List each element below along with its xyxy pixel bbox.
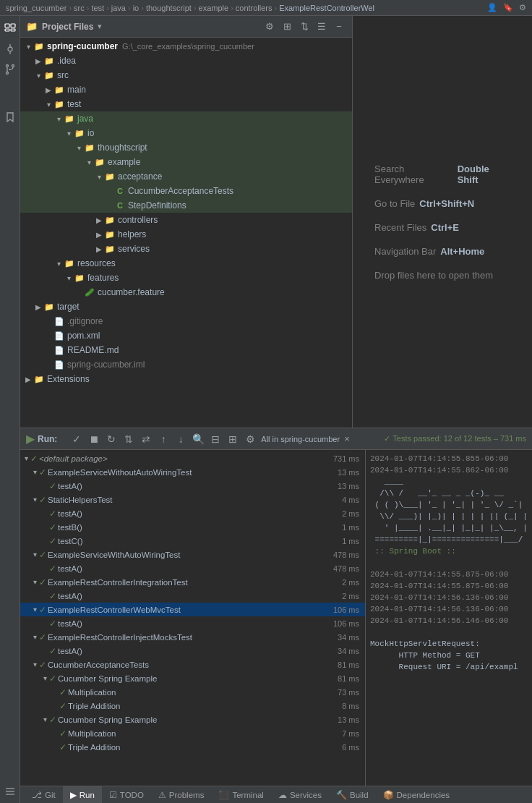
sidebar-pullrequests-btn[interactable] <box>1 61 19 78</box>
test-item-testA-5[interactable]: ✓ testA() 106 ms <box>20 616 365 630</box>
test-item-testA-4[interactable]: ✓ testA() 2 ms <box>20 589 365 603</box>
test-item-IntegrationTest[interactable]: ▾ ✓ ExampleRestControllerIntegrationTest… <box>20 575 365 589</box>
test-item-ExampleServiceWithAutoWiringTest[interactable]: ▾ ✓ ExampleServiceWithAutoWiringTest 478… <box>20 548 365 561</box>
test-item-WebMvcTest[interactable]: ▾ ✓ ExampleRestControllerWebMvcTest 106 … <box>20 603 365 616</box>
tree-item-test[interactable]: ▾ 📁 test <box>20 97 352 111</box>
breadcrumb-thoughtscript[interactable]: thoughtscript <box>146 4 192 12</box>
breadcrumb-spring-cucumber[interactable]: spring_cucumber <box>6 4 66 12</box>
tree-arrow-thoughtscript[interactable]: ▾ <box>74 143 84 153</box>
tree-arrow-controllers[interactable]: ▶ <box>94 215 104 225</box>
tree-arrow-test[interactable]: ▾ <box>43 99 53 109</box>
tree-arrow-java[interactable]: ▾ <box>53 114 64 124</box>
breadcrumb-src[interactable]: src <box>74 4 85 12</box>
test-item-testB-1[interactable]: ✓ testB() 1 ms <box>20 520 365 534</box>
toolbar-sort-btn[interactable]: ⇅ <box>297 20 312 34</box>
status-tab-terminal[interactable]: ⬛ Terminal <box>211 786 270 804</box>
run-filter-btn[interactable]: ⇅ <box>121 431 137 447</box>
tree-item-StepDefinitions[interactable]: C StepDefinitions <box>20 198 352 213</box>
test-item-triple-addition-2[interactable]: ✓ Triple Addition 6 ms <box>20 740 365 754</box>
test-item-InjectMocksTest[interactable]: ▾ ✓ ExampleRestControllerInjectMocksTest… <box>20 630 365 644</box>
test-item-CucumberAcceptanceTests[interactable]: ▾ ✓ CucumberAcceptanceTests 81 ms <box>20 658 365 671</box>
tree-arrow-services[interactable]: ▶ <box>94 244 104 254</box>
tree-item-features[interactable]: ▾ 📁 features <box>20 271 352 285</box>
status-tab-dependencies[interactable]: 📦 Dependencies <box>376 786 458 804</box>
run-play-btn[interactable]: ▶ <box>26 432 35 446</box>
status-tab-todo[interactable]: ☑ TODO <box>102 786 151 804</box>
run-rerun-btn[interactable]: ✓ <box>69 431 85 447</box>
test-item-testA-1[interactable]: ✓ testA() 13 ms <box>20 479 365 493</box>
run-expand-btn[interactable]: ⊞ <box>225 431 241 447</box>
tree-arrow-io[interactable]: ▾ <box>64 128 74 138</box>
breadcrumb-active-file[interactable]: ExampleRestControllerWel <box>279 4 374 12</box>
tree-item-target[interactable]: ▶ 📁 target <box>20 299 352 314</box>
tree-item-java[interactable]: ▾ 📁 java <box>20 111 352 126</box>
tree-item-readme[interactable]: 📄 README.md <box>20 343 352 357</box>
run-filter2-btn[interactable]: ⇄ <box>138 431 154 447</box>
run-zoom-in-btn[interactable]: 🔍 <box>190 431 206 447</box>
test-item-multiplication-2[interactable]: ✓ Multiplication 7 ms <box>20 726 365 740</box>
test-item-cucumber-spring-2[interactable]: ▾ ✓ Cucumber Spring Example 13 ms <box>20 713 365 726</box>
status-tab-services[interactable]: ☁ Services <box>271 786 329 804</box>
person-icon[interactable]: 👤 <box>487 3 497 12</box>
run-stop-btn[interactable]: ⏹ <box>86 431 102 447</box>
breadcrumb-io[interactable]: io <box>133 4 140 12</box>
tree-item-controllers[interactable]: ▶ 📁 controllers <box>20 213 352 227</box>
status-tab-git[interactable]: ⎇ Git <box>25 786 63 804</box>
tree-item-idea[interactable]: ▶ 📁 .idea <box>20 54 352 68</box>
tree-arrow-acceptance[interactable]: ▾ <box>94 171 104 182</box>
tree-item-gitignore[interactable]: 📄 .gitignore <box>20 314 352 328</box>
toolbar-layout-btn[interactable]: ⊞ <box>280 20 294 34</box>
test-item-StaticHelpersTest[interactable]: ▾ ✓ StaticHelpersTest 4 ms <box>20 493 365 506</box>
sidebar-project-btn[interactable] <box>1 19 19 36</box>
breadcrumb-test[interactable]: test <box>91 4 104 12</box>
sidebar-commit-btn[interactable] <box>1 41 19 58</box>
run-collapse-btn[interactable]: ⊟ <box>207 431 223 447</box>
test-item-default-package[interactable]: ▾ ✓ <default package> 731 ms <box>20 451 365 465</box>
sidebar-structure-btn[interactable] <box>1 783 19 800</box>
tree-arrow-features[interactable]: ▾ <box>64 273 74 283</box>
tree-arrow-resources[interactable]: ▾ <box>53 258 64 268</box>
run-up-btn[interactable]: ↑ <box>155 431 171 447</box>
tree-arrow-target[interactable]: ▶ <box>33 302 43 312</box>
tree-item-thoughtscript[interactable]: ▾ 📁 thoughtscript <box>20 140 352 155</box>
tree-arrow-root[interactable]: ▾ <box>23 41 33 51</box>
tree-arrow-helpers[interactable]: ▶ <box>94 229 104 239</box>
test-item-multiplication-1[interactable]: ✓ Multiplication 73 ms <box>20 685 365 699</box>
project-dropdown-btn[interactable]: ▾ <box>98 22 102 31</box>
tree-item-CucumberAcceptanceTests[interactable]: C CucumberAcceptanceTests <box>20 184 352 198</box>
settings-icon[interactable]: ⚙ <box>519 3 526 12</box>
breadcrumb-java[interactable]: java <box>111 4 126 12</box>
run-restart-btn[interactable]: ↻ <box>103 431 119 447</box>
tree-item-main[interactable]: ▶ 📁 main <box>20 82 352 97</box>
test-item-testA-2[interactable]: ✓ testA() 2 ms <box>20 506 365 520</box>
toolbar-close-btn[interactable]: − <box>332 20 346 34</box>
tree-item-acceptance[interactable]: ▾ 📁 acceptance <box>20 169 352 184</box>
tree-arrow-idea[interactable]: ▶ <box>33 56 43 66</box>
test-item-testC-1[interactable]: ✓ testC() 1 ms <box>20 534 365 548</box>
tree-arrow-main[interactable]: ▶ <box>43 85 53 95</box>
run-down-btn[interactable]: ↓ <box>173 431 189 447</box>
tree-item-helpers[interactable]: ▶ 📁 helpers <box>20 227 352 242</box>
test-item-testA-6[interactable]: ✓ testA() 34 ms <box>20 644 365 658</box>
tree-arrow-example[interactable]: ▾ <box>84 157 94 167</box>
tree-item-example[interactable]: ▾ 📁 example <box>20 155 352 169</box>
run-close-btn[interactable]: × <box>344 433 350 444</box>
test-item-ExampleServiceWithoutAutoWiringTest[interactable]: ▾ ✓ ExampleServiceWithoutAutoWiringTest … <box>20 465 365 479</box>
sidebar-bookmarks-btn[interactable] <box>1 109 19 126</box>
tree-arrow-extensions[interactable]: ▶ <box>23 374 33 384</box>
tree-item-io[interactable]: ▾ 📁 io <box>20 126 352 140</box>
status-tab-problems[interactable]: ⚠ Problems <box>151 786 212 804</box>
tree-item-extensions[interactable]: ▶ 📁 Extensions <box>20 372 352 386</box>
bookmark-icon[interactable]: 🔖 <box>503 3 513 12</box>
tree-item-src[interactable]: ▾ 📁 src <box>20 68 352 82</box>
tree-item-pomxml[interactable]: 📄 pom.xml <box>20 328 352 343</box>
test-item-cucumber-spring-1[interactable]: ▾ ✓ Cucumber Spring Example 81 ms <box>20 671 365 685</box>
run-settings-btn[interactable]: ⚙ <box>242 431 258 447</box>
tree-item-iml[interactable]: 📄 spring-cucumber.iml <box>20 357 352 372</box>
test-item-testA-3[interactable]: ✓ testA() 478 ms <box>20 561 365 575</box>
toolbar-gear-btn[interactable]: ☰ <box>314 20 329 34</box>
status-tab-build[interactable]: 🔨 Build <box>329 786 376 804</box>
tree-item-services[interactable]: ▶ 📁 services <box>20 242 352 256</box>
tree-arrow-src[interactable]: ▾ <box>33 70 43 80</box>
breadcrumb-controllers[interactable]: controllers <box>236 4 273 12</box>
